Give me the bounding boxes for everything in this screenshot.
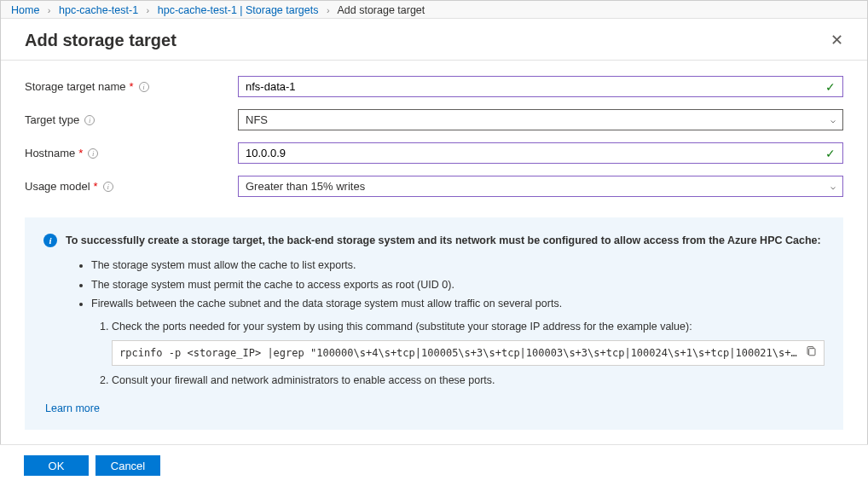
info-icon[interactable]: i (103, 182, 113, 192)
chevron-down-icon: ⌵ (830, 182, 836, 191)
check-icon: ✓ (825, 80, 836, 94)
info-step: Consult your firewall and network admini… (112, 373, 825, 389)
usage-model-select[interactable]: Greater than 15% writes ⌵ (238, 176, 843, 197)
info-bullet: Firewalls between the cache subnet and t… (91, 296, 825, 312)
chevron-right-icon: › (48, 5, 51, 15)
required-indicator: * (130, 80, 134, 93)
cancel-button[interactable]: Cancel (95, 455, 160, 476)
info-icon[interactable]: i (139, 82, 149, 92)
breadcrumb-resource[interactable]: hpc-cache-test-1 (59, 4, 138, 16)
target-type-select[interactable]: NFS ⌵ (238, 109, 843, 130)
chevron-right-icon: › (147, 5, 150, 15)
ok-button[interactable]: OK (24, 455, 89, 476)
breadcrumb-current: Add storage target (337, 4, 425, 16)
hostname-input-wrapper: ✓ (238, 142, 843, 164)
chevron-down-icon: ⌵ (830, 115, 836, 124)
breadcrumb-storage-targets[interactable]: hpc-cache-test-1 | Storage targets (158, 4, 319, 16)
info-icon[interactable]: i (88, 148, 98, 159)
info-icon[interactable]: i (84, 115, 95, 125)
info-bullet: The storage system must allow the cache … (91, 257, 825, 274)
storage-target-name-input[interactable] (246, 80, 820, 93)
copy-icon[interactable] (806, 345, 817, 361)
required-indicator: * (78, 147, 83, 159)
info-heading: To successfully create a storage target,… (66, 233, 821, 249)
label-hostname: Hostname * i (25, 147, 238, 159)
label-usage-model: Usage model * i (25, 180, 238, 193)
info-bullet: The storage system must permit the cache… (91, 277, 825, 293)
close-icon[interactable]: ✕ (824, 27, 850, 53)
learn-more-link[interactable]: Learn more (45, 401, 100, 417)
label-storage-target-name: Storage target name * i (25, 80, 238, 93)
code-text: rpcinfo -p <storage_IP> |egrep "100000\s… (119, 345, 799, 361)
form: Storage target name * i ✓ Target type i … (1, 76, 867, 430)
svg-rect-0 (809, 348, 815, 355)
footer: OK Cancel (0, 444, 868, 486)
code-block: rpcinfo -p <storage_IP> |egrep "100000\s… (112, 340, 825, 366)
storage-target-name-input-wrapper: ✓ (238, 76, 843, 97)
chevron-right-icon: › (327, 5, 330, 15)
required-indicator: * (94, 180, 98, 193)
label-target-type: Target type i (25, 113, 238, 126)
check-icon: ✓ (825, 147, 836, 160)
info-icon: i (43, 234, 57, 247)
info-step: Check the ports needed for your system b… (112, 319, 825, 366)
breadcrumb-home[interactable]: Home (11, 4, 39, 16)
hostname-input[interactable] (246, 147, 820, 159)
info-box: i To successfully create a storage targe… (25, 217, 843, 430)
page-title: Add storage target (25, 31, 176, 50)
divider (1, 60, 867, 61)
breadcrumb: Home › hpc-cache-test-1 › hpc-cache-test… (1, 1, 867, 19)
